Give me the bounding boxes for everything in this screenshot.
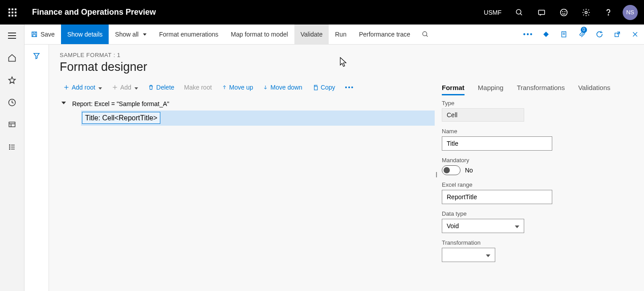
save-icon xyxy=(31,31,38,38)
page-title: Format designer xyxy=(60,60,633,74)
delete-button[interactable]: Delete xyxy=(148,84,174,91)
svg-point-24 xyxy=(423,32,427,36)
recent-clock-icon[interactable] xyxy=(7,98,17,107)
tree-root-node[interactable]: Report: Excel = "Sample format_A" xyxy=(63,97,435,111)
svg-point-15 xyxy=(9,145,10,146)
gear-icon[interactable] xyxy=(575,0,597,25)
company-selector[interactable]: USMF xyxy=(477,0,508,25)
tree-child-node[interactable]: Title: Cell<ReportTitle> xyxy=(81,111,435,126)
search-icon[interactable] xyxy=(509,0,530,25)
breadcrumb: SAMPLE FORMAT : 1 xyxy=(60,52,633,58)
popout-icon[interactable] xyxy=(608,25,626,44)
excel-range-label: Excel range xyxy=(442,181,633,188)
show-details-button[interactable]: Show details xyxy=(61,25,109,44)
svg-point-7 xyxy=(608,14,608,15)
tab-validations[interactable]: Validations xyxy=(578,84,610,95)
chevron-down-icon xyxy=(515,222,519,230)
close-icon[interactable] xyxy=(626,25,644,44)
filter-funnel-icon[interactable] xyxy=(33,52,41,291)
svg-point-19 xyxy=(9,149,10,150)
make-root-button: Make root xyxy=(184,84,212,91)
mandatory-toggle[interactable] xyxy=(442,165,461,175)
copy-button[interactable]: Copy xyxy=(312,84,335,91)
svg-point-6 xyxy=(585,11,587,13)
app-title: Finance and Operations Preview xyxy=(32,8,156,17)
command-search-icon[interactable] xyxy=(416,25,434,44)
show-all-dropdown[interactable]: Show all xyxy=(109,25,153,44)
transformation-select[interactable] xyxy=(442,248,495,262)
name-input[interactable] xyxy=(442,136,552,151)
command-bar: Save Show details Show all Format enumer… xyxy=(24,25,644,45)
move-up-button[interactable]: Move up xyxy=(222,84,253,91)
type-value: Cell xyxy=(442,108,524,122)
map-format-button[interactable]: Map format to model xyxy=(224,25,294,44)
svg-point-3 xyxy=(561,9,567,16)
user-avatar[interactable]: NS xyxy=(623,5,638,20)
attachments-icon[interactable]: 0 xyxy=(573,25,591,44)
svg-rect-2 xyxy=(538,10,545,14)
transformation-label: Transformation xyxy=(442,239,633,246)
svg-point-5 xyxy=(565,11,565,12)
chevron-down-icon xyxy=(486,251,490,258)
svg-rect-23 xyxy=(33,35,36,37)
svg-rect-36 xyxy=(314,86,318,90)
page-icon[interactable] xyxy=(555,25,573,44)
data-type-select[interactable]: Void xyxy=(442,219,524,233)
svg-point-0 xyxy=(516,9,521,14)
overflow-dots-icon[interactable]: ••• xyxy=(519,25,537,44)
workspaces-icon[interactable] xyxy=(7,120,17,130)
svg-point-17 xyxy=(9,147,10,148)
attachment-count: 0 xyxy=(581,27,587,33)
svg-rect-22 xyxy=(33,32,35,33)
move-down-button[interactable]: Move down xyxy=(263,84,302,91)
splitter-handle[interactable]: || xyxy=(436,171,436,177)
tree-expand-icon[interactable] xyxy=(61,102,66,104)
messages-icon[interactable] xyxy=(531,0,552,25)
tab-mapping[interactable]: Mapping xyxy=(478,84,504,95)
tree-overflow-icon[interactable]: ••• xyxy=(345,84,355,91)
svg-point-4 xyxy=(562,11,563,12)
svg-line-25 xyxy=(426,35,428,37)
help-icon[interactable] xyxy=(598,0,619,25)
options-icon[interactable] xyxy=(537,25,555,44)
favorites-star-icon[interactable] xyxy=(7,75,17,85)
app-launcher-icon[interactable] xyxy=(4,4,21,21)
save-button[interactable]: Save xyxy=(24,25,61,44)
performance-trace-button[interactable]: Performance trace xyxy=(353,25,416,44)
mandatory-value: No xyxy=(465,167,473,174)
home-icon[interactable] xyxy=(7,53,17,63)
smiley-icon[interactable] xyxy=(553,0,575,25)
add-button: Add xyxy=(112,84,138,91)
tab-transformations[interactable]: Transformations xyxy=(517,84,565,95)
chevron-down-icon xyxy=(98,84,102,91)
run-button[interactable]: Run xyxy=(329,25,353,44)
validate-button[interactable]: Validate xyxy=(294,25,329,44)
chevron-down-icon xyxy=(134,84,138,91)
refresh-icon[interactable] xyxy=(591,25,608,44)
type-label: Type xyxy=(442,100,633,107)
tab-format[interactable]: Format xyxy=(442,84,465,95)
format-enumerations-button[interactable]: Format enumerations xyxy=(153,25,224,44)
excel-range-input[interactable] xyxy=(442,190,552,204)
data-type-label: Data type xyxy=(442,210,633,217)
hamburger-icon[interactable] xyxy=(7,31,17,41)
mandatory-label: Mandatory xyxy=(442,157,633,164)
name-label: Name xyxy=(442,128,633,135)
svg-rect-12 xyxy=(9,122,15,127)
add-root-button[interactable]: Add root xyxy=(63,84,102,91)
tree-toolbar: Add root Add Delete Make root xyxy=(60,82,435,97)
svg-line-1 xyxy=(520,13,522,15)
modules-list-icon[interactable] xyxy=(7,142,17,152)
